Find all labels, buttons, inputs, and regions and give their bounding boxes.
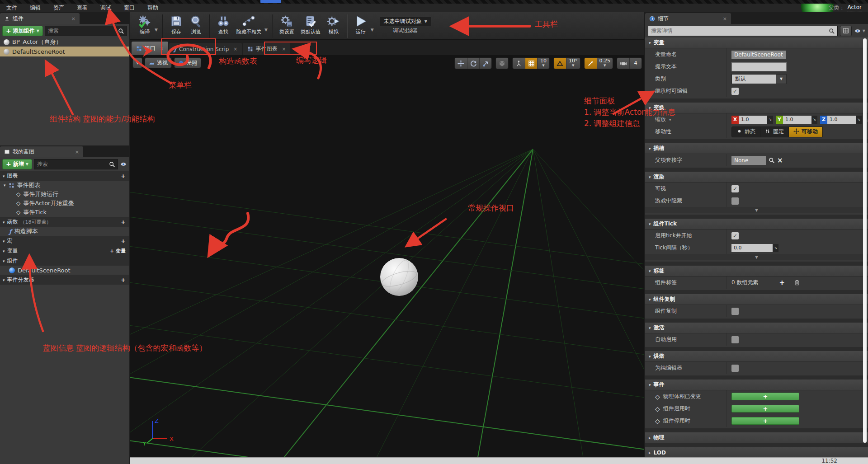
drag-handle-icon[interactable]: ↘ bbox=[811, 116, 817, 124]
menu-item[interactable]: 编辑 bbox=[24, 4, 47, 12]
section-header-component-tick[interactable]: ▾组件Tick bbox=[645, 219, 868, 230]
blueprint-item-event-graph[interactable]: ▾事件图表 bbox=[0, 181, 129, 190]
close-icon[interactable]: × bbox=[71, 16, 75, 22]
z-value-field[interactable]: 1.0↘ bbox=[827, 116, 862, 124]
hide-unrelated-button[interactable]: 隐藏不相关 bbox=[233, 14, 264, 36]
close-icon[interactable]: × bbox=[282, 47, 286, 52]
blueprint-section-macros[interactable]: ▾宏+ bbox=[0, 236, 129, 246]
mobility-static[interactable]: 静态 bbox=[732, 127, 760, 137]
checkbox[interactable]: ✓ bbox=[731, 232, 739, 239]
add-icon[interactable]: + bbox=[121, 173, 126, 179]
menu-item[interactable]: 文件 bbox=[0, 4, 24, 12]
menu-item[interactable]: 调试 bbox=[94, 4, 118, 12]
trash-icon[interactable] bbox=[794, 279, 800, 286]
chevron-down-icon[interactable]: ▼ bbox=[155, 21, 159, 32]
section-header-tags[interactable]: ▾标签 bbox=[645, 266, 868, 277]
checkbox[interactable] bbox=[731, 365, 739, 372]
close-icon[interactable]: × bbox=[75, 149, 79, 155]
blueprint-item-construction-script[interactable]: ƒ构造脚本 bbox=[0, 227, 129, 236]
grid-snap-value[interactable]: 10▼ bbox=[537, 58, 549, 69]
class-settings-button[interactable]: 类设置 bbox=[276, 14, 297, 36]
tab-components[interactable]: 组件 × bbox=[0, 13, 80, 24]
y-value-field[interactable]: 1.0↘ bbox=[783, 116, 817, 124]
expand-advanced-button[interactable]: ▼ bbox=[645, 207, 868, 213]
mobility-movable[interactable]: 可移动 bbox=[789, 127, 823, 137]
section-header-sockets[interactable]: ▾插槽 bbox=[645, 143, 868, 154]
section-header-component-replication[interactable]: ▾组件复制 bbox=[645, 294, 868, 305]
perspective-button[interactable]: 透视 bbox=[145, 57, 172, 68]
section-header-cooking[interactable]: ▾烘焙 bbox=[645, 351, 868, 362]
find-button[interactable]: 查找 bbox=[213, 14, 233, 36]
text-input[interactable] bbox=[731, 62, 787, 71]
tab-event-graph[interactable]: 事件图表× bbox=[243, 43, 290, 55]
add-component-button[interactable]: + 添加组件 ▼ bbox=[2, 26, 43, 36]
eye-filter-icon[interactable] bbox=[120, 161, 127, 167]
checkbox[interactable] bbox=[731, 336, 739, 343]
camera-speed-value[interactable]: 4 bbox=[629, 58, 642, 69]
property-matrix-button[interactable] bbox=[840, 26, 852, 36]
drag-handle-icon[interactable]: ↘ bbox=[767, 116, 773, 124]
drag-handle-icon[interactable]: ↘ bbox=[773, 244, 778, 252]
blueprint-item-event-begin-play[interactable]: ◇事件开始运行 bbox=[0, 190, 129, 199]
add-icon[interactable]: + bbox=[121, 277, 126, 283]
clear-icon[interactable]: × bbox=[777, 157, 783, 164]
chevron-down-icon[interactable]: ▼ bbox=[264, 21, 269, 32]
surface-snap-toggle[interactable] bbox=[513, 58, 525, 69]
display-filter-button[interactable]: ▼ bbox=[854, 28, 865, 34]
close-icon[interactable]: × bbox=[160, 46, 164, 51]
add-icon[interactable]: + bbox=[121, 238, 126, 244]
details-scrollbar[interactable] bbox=[863, 38, 867, 443]
add-event-button[interactable]: + bbox=[731, 405, 799, 412]
blueprint-item-event-tick[interactable]: ◇事件Tick bbox=[0, 208, 129, 217]
rotation-snap-toggle[interactable] bbox=[554, 58, 566, 69]
blueprint-section-event-dispatchers[interactable]: ▾事件分发器+ bbox=[0, 275, 129, 285]
compile-button[interactable]: 编译 bbox=[135, 14, 155, 36]
expand-advanced-button[interactable]: ▼ bbox=[645, 254, 868, 260]
x-value-field[interactable]: 1.0↘ bbox=[739, 116, 773, 124]
class-defaults-button[interactable]: 类默认值 bbox=[297, 14, 324, 36]
add-icon[interactable]: + bbox=[121, 219, 126, 225]
section-header-rendering[interactable]: ▾渲染 bbox=[645, 172, 868, 183]
checkbox[interactable] bbox=[731, 197, 739, 205]
chevron-down-icon[interactable]: ▾ bbox=[669, 117, 671, 122]
blueprint-section-graphs[interactable]: ▾图表+ bbox=[0, 171, 129, 181]
blueprint-item-event-actor-begin-overlap[interactable]: ◇事件Actor开始重叠 bbox=[0, 199, 129, 208]
save-button[interactable]: 保存 bbox=[166, 14, 186, 36]
grid-snap-toggle[interactable] bbox=[525, 58, 537, 69]
component-row-bp-actor[interactable]: BP_Actor（自身） bbox=[0, 37, 129, 47]
camera-speed-icon[interactable] bbox=[617, 58, 629, 69]
tab-construction-script[interactable]: ƒConstruction Scrip× bbox=[169, 43, 241, 55]
add-event-button[interactable]: + bbox=[731, 393, 799, 400]
menu-item[interactable]: 查看 bbox=[71, 4, 94, 12]
add-event-button[interactable]: + bbox=[731, 417, 799, 425]
sphere-actor[interactable] bbox=[380, 258, 418, 296]
blueprint-item-default-scene-root[interactable]: DefaultSceneRoot bbox=[0, 266, 129, 275]
checkbox[interactable]: ✓ bbox=[731, 185, 739, 192]
menu-item[interactable]: 窗口 bbox=[118, 4, 141, 12]
mobility-stationary[interactable]: 固定 bbox=[760, 127, 789, 137]
menu-item[interactable]: 帮助 bbox=[141, 4, 165, 12]
lit-mode-button[interactable]: 光照 bbox=[174, 57, 201, 68]
my-blueprint-search-input[interactable]: 搜索 bbox=[34, 159, 118, 169]
blueprint-section-variables[interactable]: ▾变量+ 变量 bbox=[0, 246, 129, 256]
section-header-variable[interactable]: ▾变量 bbox=[645, 37, 868, 48]
menu-item[interactable]: 资产 bbox=[47, 4, 71, 12]
add-variable-button[interactable]: + 变量 bbox=[110, 248, 126, 254]
section-header-lod[interactable]: ▸LOD bbox=[645, 447, 868, 457]
section-header-activation[interactable]: ▾激活 bbox=[645, 323, 868, 333]
category-dropdown[interactable]: 默认▼ bbox=[731, 74, 787, 84]
section-header-events[interactable]: ▾事件 bbox=[645, 380, 868, 390]
checkbox[interactable]: ✓ bbox=[731, 88, 739, 95]
component-row-default-scene-root[interactable]: DefaultSceneRoot bbox=[0, 47, 129, 56]
scale-tool[interactable] bbox=[479, 58, 491, 69]
search-icon[interactable] bbox=[769, 157, 774, 163]
number-field[interactable]: 0.0↘ bbox=[731, 244, 778, 252]
tab-details[interactable]: i 细节 × bbox=[645, 13, 731, 24]
rotation-snap-value[interactable]: 10°▼ bbox=[566, 58, 580, 69]
rotate-tool[interactable] bbox=[467, 58, 479, 69]
drag-handle-icon[interactable]: ↘ bbox=[856, 116, 862, 124]
add-new-button[interactable]: + 新增 ▼ bbox=[2, 159, 32, 169]
components-search-input[interactable]: 搜索 bbox=[45, 26, 127, 36]
blueprint-section-functions[interactable]: ▾函数（18可覆盖）+ bbox=[0, 217, 129, 227]
parent-class-link[interactable]: Actor bbox=[847, 4, 862, 11]
